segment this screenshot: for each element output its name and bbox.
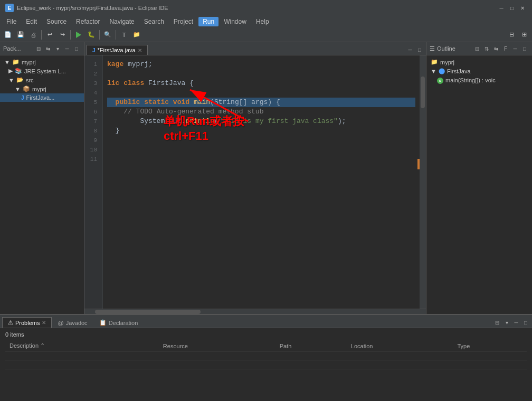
bottom-max-btn[interactable]: □ [521, 318, 530, 327]
sidebar-item-src[interactable]: ▼ 📂 src [0, 75, 84, 84]
maximize-panel-btn[interactable]: □ [72, 44, 81, 53]
vertical-scrollbar[interactable] [420, 55, 426, 309]
package-icon: 📦 [23, 85, 30, 92]
declaration-icon: 📋 [99, 319, 107, 326]
h-scrollbar-thumb[interactable] [95, 310, 201, 314]
sidebar-item-myprj-pkg[interactable]: ▼ 📦 myprj [0, 84, 84, 93]
menu-project[interactable]: Project [169, 17, 197, 26]
collapse-all-btn[interactable]: ⊟ [34, 44, 43, 53]
toolbar-sep-3 [99, 30, 100, 40]
menu-source[interactable]: Source [42, 17, 71, 26]
outline-item-firstjava[interactable]: ▼ ⬤ FirstJava [429, 66, 530, 75]
outline-title: Outline [437, 45, 455, 52]
problems-icon: ⚠ [8, 319, 13, 326]
sidebar-item-jre[interactable]: ▶ 📚 JRE System L... [0, 66, 84, 75]
tab-close-btn[interactable]: ✕ [138, 47, 142, 53]
menu-window[interactable]: Window [220, 17, 251, 26]
problems-table: Description ⌃ Resource Path Location Typ… [5, 341, 527, 369]
outline-hide-fields-btn[interactable]: F [501, 44, 510, 53]
menu-bar: File Edit Source Refactor Navigate Searc… [0, 16, 532, 27]
title-bar: E Eclipse_work - myprj/src/myprj/FirstJa… [0, 0, 532, 16]
toolbar-maximize-view-btn[interactable]: ⊞ [518, 29, 530, 41]
toolbar-sep-1 [41, 30, 42, 40]
editor-area: Pack... ⊟ ⇆ ▾ ─ □ ▼ 📁 myprj [0, 42, 532, 314]
toolbar-minimize-view-btn[interactable]: ⊟ [506, 29, 517, 41]
triangle-icon: ▼ [4, 59, 10, 65]
col-resource[interactable]: Resource [159, 341, 276, 351]
toolbar-print-btn[interactable]: 🖨 [27, 29, 39, 41]
editor-tab-firstjava[interactable]: J *FirstJava.java ✕ [87, 45, 148, 55]
toolbar-save-btn[interactable]: 💾 [15, 29, 26, 41]
maximize-button[interactable]: □ [508, 4, 516, 12]
line-num-8: 8 [87, 126, 100, 136]
outline-item-myprj[interactable]: 📁 myprj [429, 58, 530, 66]
sidebar-item-firstjava[interactable]: J FirstJava... [0, 93, 84, 102]
editor-panel: J *FirstJava.java ✕ ─ □ 1 2 3 [84, 42, 426, 314]
menu-run[interactable]: Run [198, 17, 218, 26]
tab-javadoc[interactable]: @ Javadoc [52, 318, 93, 328]
outline-link-btn[interactable]: ⇆ [492, 44, 500, 53]
menu-edit[interactable]: Edit [22, 17, 41, 26]
sidebar-item-myprj[interactable]: ▼ 📁 myprj [0, 58, 84, 66]
bottom-menu-btn[interactable]: ▾ [502, 318, 511, 327]
line-num-9: 9 [87, 136, 100, 145]
java-file-icon: J [21, 95, 24, 101]
toolbar-sep-4 [116, 30, 116, 40]
outline-max-btn[interactable]: □ [520, 44, 529, 53]
code-content[interactable]: kage myprj; lic class FirstJava { public… [103, 55, 420, 309]
menu-navigate[interactable]: Navigate [105, 17, 138, 26]
bottom-filter-btn[interactable]: ⊟ [493, 318, 501, 327]
triangle-icon-src: ▼ [8, 77, 14, 83]
line-num-2: 2 [87, 69, 100, 79]
toolbar-search-btn[interactable]: 🔍 [102, 29, 113, 41]
folder-icon: 📂 [16, 77, 24, 83]
minimize-button[interactable]: ─ [497, 4, 506, 12]
outline-collapse-btn[interactable]: ⊟ [473, 44, 481, 53]
toolbar: 📄 💾 🖨 ↩ ↪ 🐛 🔍 T 📁 ⊟ ⊞ [0, 27, 532, 42]
col-type[interactable]: Type [453, 341, 527, 351]
toolbar-debug-btn[interactable]: 🐛 [86, 29, 97, 41]
triangle-icon-pkg: ▼ [15, 86, 21, 92]
menu-help[interactable]: Help [252, 17, 273, 26]
outline-class-icon: ⬤ [439, 68, 445, 74]
view-menu-btn[interactable]: ▾ [53, 44, 62, 53]
menu-file[interactable]: File [2, 17, 21, 26]
minimize-panel-btn[interactable]: ─ [63, 44, 71, 53]
horizontal-scrollbar[interactable] [84, 309, 426, 314]
link-editor-btn[interactable]: ⇆ [44, 44, 52, 53]
close-button[interactable]: ✕ [518, 4, 527, 12]
play-icon [76, 32, 81, 38]
menu-refactor[interactable]: Refactor [72, 17, 104, 26]
col-description[interactable]: Description ⌃ [5, 341, 159, 351]
maximize-editor-btn[interactable]: □ [415, 45, 424, 54]
tab-declaration[interactable]: 📋 Declaration [93, 317, 144, 328]
outline-min-btn[interactable]: ─ [511, 44, 519, 53]
scrollbar-thumb[interactable] [421, 77, 425, 108]
run-button[interactable] [73, 29, 84, 41]
col-path[interactable]: Path [276, 341, 347, 351]
toolbar-open-resource-btn[interactable]: 📁 [131, 29, 142, 41]
problems-tab-close[interactable]: ✕ [42, 320, 46, 326]
code-line-8: } [107, 126, 415, 136]
outline-sort-btn[interactable]: ⇅ [482, 44, 491, 53]
minimize-editor-btn[interactable]: ─ [406, 45, 414, 54]
code-line-5: public static void main(String[] args) { [107, 98, 415, 107]
toolbar-back-btn[interactable]: ↩ [44, 29, 55, 41]
tab-problems[interactable]: ⚠ Problems ✕ [2, 317, 52, 328]
menu-search[interactable]: Search [140, 17, 168, 26]
outline-method-icon: s [437, 77, 443, 84]
outline-item-main[interactable]: s main(String[]) : voic [429, 75, 530, 85]
main-content: Pack... ⊟ ⇆ ▾ ─ □ ▼ 📁 myprj [0, 42, 532, 401]
toolbar-forward-btn[interactable]: ↪ [56, 29, 68, 41]
line-num-1: 1 [87, 60, 100, 69]
sort-icon: ⌃ [40, 342, 45, 349]
project-icon: 📁 [12, 59, 20, 65]
bottom-min-btn[interactable]: ─ [512, 318, 520, 327]
line-num-3: 3 [87, 79, 100, 88]
toolbar-new-btn[interactable]: 📄 [2, 29, 14, 41]
code-editor[interactable]: 1 2 3 4 5 6 7 8 9 10 11 kage myprj; [84, 55, 426, 309]
bottom-panel: ⚠ Problems ✕ @ Javadoc 📋 Declaration ⊟ ▾… [0, 314, 532, 401]
col-location[interactable]: Location [347, 341, 453, 351]
jre-icon: 📚 [15, 68, 22, 74]
toolbar-open-type-btn[interactable]: T [118, 29, 130, 41]
